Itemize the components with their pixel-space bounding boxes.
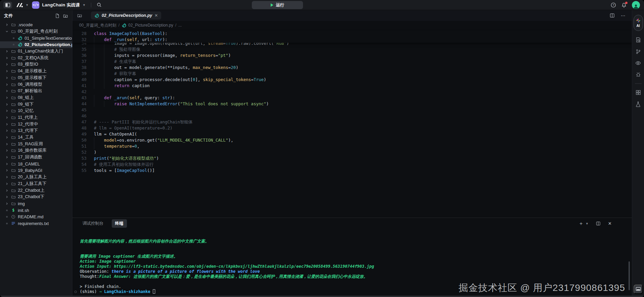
tree-item-11_代理上[interactable]: 11_代理上 <box>0 114 72 121</box>
tab-close-icon[interactable]: ✕ <box>155 13 158 18</box>
tree-item-09_链下[interactable]: 09_链下 <box>0 101 72 108</box>
line-number[interactable]: 35 <box>72 46 87 52</box>
line-number[interactable]: 39 <box>72 71 87 77</box>
panel-tab-终端[interactable]: 终端 <box>112 219 127 228</box>
line-number[interactable]: 53 <box>72 155 87 161</box>
split-panel-icon[interactable] <box>596 221 601 226</box>
code-line-51[interactable]: 51 temperature=0, <box>72 143 632 149</box>
code-line-28[interactable]: 28class ImageCapTool(BaseTool): <box>72 31 632 37</box>
tree-item-08_链上[interactable]: 08_链上 <box>0 95 72 101</box>
line-number[interactable]: 45 <box>72 107 87 113</box>
code-line-47[interactable]: 47# ---- PartIII 初始化并运行LangChain智能体 <box>72 119 632 125</box>
tree-item-20_人脉工具上[interactable]: 20_人脉工具上 <box>0 174 72 181</box>
tree-item-13_代理下[interactable]: 13_代理下 <box>0 127 72 134</box>
user-avatar[interactable] <box>632 1 640 9</box>
tree-item-requirements.txt[interactable]: requirements.txt <box>0 220 72 227</box>
split-editor-icon[interactable] <box>610 13 615 18</box>
scrollbar-thumb[interactable] <box>629 261 630 290</box>
tree-item-02_PictureDescription.py[interactable]: 02_PictureDescription.py <box>0 41 72 48</box>
extensions-icon[interactable] <box>636 90 641 95</box>
tree-item-12_代理中[interactable]: 12_代理中 <box>0 121 72 127</box>
line-number[interactable]: 44 <box>72 101 87 107</box>
tree-item-16_操作数据库[interactable]: 16_操作数据库 <box>0 147 72 154</box>
code-line-36[interactable]: 36 inputs = processor(image, return_tens… <box>72 52 632 59</box>
source-control-icon[interactable] <box>636 49 641 54</box>
help-icon[interactable]: ? <box>611 2 616 8</box>
code-line-37[interactable]: 37 # 生成字幕 <box>72 59 632 65</box>
tree-item-21_人脉工具下[interactable]: 21_人脉工具下 <box>0 181 72 187</box>
project-switcher[interactable]: </> LangChain 实战课 ▼ <box>32 1 86 9</box>
code-line-35[interactable]: 35 # 预处理图像 <box>72 46 632 52</box>
tree-item-22_Chatbot上[interactable]: 22_Chatbot上 <box>0 187 72 194</box>
tree-item-init.sh[interactable]: $init.sh <box>0 207 72 214</box>
breadcrumb-item[interactable]: 02_PictureDescription.py <box>122 23 173 28</box>
line-number[interactable]: 41 <box>72 83 87 89</box>
code-line-53[interactable]: 53print("初始化大语言模型成功") <box>72 155 632 161</box>
tree-item-06_调用模型[interactable]: 06_调用模型 <box>0 81 72 88</box>
toggle-panel-icon[interactable] <box>634 285 643 294</box>
tree-item-02_文档QA系统[interactable]: 02_文档QA系统 <box>0 54 72 61</box>
tree-item-19_BabyAGI[interactable]: 19_BabyAGI <box>0 167 72 174</box>
lab-flask-icon[interactable] <box>636 101 641 107</box>
tree-item-18_CAMEL[interactable]: 18_CAMEL <box>0 160 72 167</box>
code-line-42[interactable]: 42 <box>72 89 632 95</box>
line-number[interactable]: 51 <box>72 143 87 149</box>
line-number[interactable]: 38 <box>72 65 87 71</box>
breadcrumb-item[interactable]: 00_开篇词_奇点时刻 <box>79 23 116 28</box>
line-number[interactable]: 49 <box>72 131 87 137</box>
new-file-icon[interactable] <box>55 13 60 18</box>
add-folder-icon[interactable] <box>77 13 82 18</box>
code-line-46[interactable]: 46 <box>72 113 632 119</box>
tree-item-05_提示模板下[interactable]: 05_提示模板下 <box>0 75 72 81</box>
search-icon[interactable] <box>97 2 102 7</box>
sidebar-toggle-icon[interactable] <box>3 2 12 8</box>
line-number[interactable]: 42 <box>72 89 87 95</box>
terminal-dropdown-icon[interactable]: ▼ <box>585 222 588 225</box>
line-number[interactable]: 40 <box>72 77 87 83</box>
tree-item-23_Chatbot下[interactable]: 23_Chatbot下 <box>0 194 72 200</box>
more-actions-icon[interactable]: ⋯ <box>621 13 626 18</box>
line-number[interactable]: 48 <box>72 125 87 131</box>
code-editor[interactable]: 28class ImageCapTool(BaseTool):32 def _r… <box>72 30 632 218</box>
code-line-50[interactable]: 50 model=os.environ.get("LLM_MODEL_4K_FU… <box>72 137 632 143</box>
new-terminal-icon[interactable]: ＋ <box>578 220 583 227</box>
code-line-44[interactable]: 44 raise NotImplementedError("This tool … <box>72 101 632 107</box>
new-folder-icon[interactable] <box>63 13 68 18</box>
editor-tab-active[interactable]: 02_PictureDescription.py ✕ <box>91 11 161 20</box>
tree-item-17_回调函数[interactable]: 17_回调函数 <box>0 154 72 161</box>
line-number[interactable]: 36 <box>72 52 87 59</box>
tree-item-03_模型IO[interactable]: 03_模型IO <box>0 61 72 68</box>
line-number[interactable]: 54 <box>72 161 87 168</box>
line-number[interactable]: 47 <box>72 119 87 125</box>
tree-item-14_工具[interactable]: 14_工具 <box>0 134 72 141</box>
code-line-40[interactable]: 40 caption = processor.decode(out[0], sk… <box>72 77 632 83</box>
code-line-41[interactable]: 41 return caption <box>72 83 632 89</box>
terminal-output[interactable]: 首先需要理解图片的内容，然后根据图片内容创作合适的中文推广文案。需要调用 Ima… <box>72 229 632 297</box>
tree-item-00_开篇词_奇点时刻[interactable]: 00_开篇词_奇点时刻 <box>0 28 72 35</box>
tree-item-01_LangChain快速入门[interactable]: 01_LangChain快速入门 <box>0 48 72 55</box>
code-line-34[interactable]: 34 image = Image.open(requests.get(url, … <box>72 43 632 46</box>
tree-item-04_提示模板上[interactable]: 04_提示模板上 <box>0 68 72 75</box>
notifications-bell-icon[interactable] <box>621 2 626 8</box>
tree-item-.vscode[interactable]: .vscode <box>0 22 72 28</box>
code-line-48[interactable]: 48# llm = OpenAI(temperature=0.2) <box>72 125 632 131</box>
code-line-39[interactable]: 39 # 获取字幕 <box>72 71 632 77</box>
code-line-45[interactable]: 45 <box>72 107 632 113</box>
line-number[interactable]: 52 <box>72 149 87 155</box>
code-line-54[interactable]: 54# 使用工具初始化智能体并运行 <box>72 161 632 168</box>
code-line-49[interactable]: 49llm = ChatOpenAI( <box>72 131 632 137</box>
line-number[interactable]: 34 <box>72 43 87 46</box>
run-button[interactable]: 运行 <box>252 1 303 9</box>
ai-assistant-icon[interactable]: AI <box>634 15 643 31</box>
code-line-55[interactable]: 55tools = [ImageCapTool()] <box>72 168 632 174</box>
marscode-logo[interactable]: ▼ <box>15 2 29 8</box>
line-number[interactable]: 32 <box>72 37 87 43</box>
tree-item-07_解析输出[interactable]: 07_解析输出 <box>0 88 72 95</box>
code-line-32[interactable]: 32 def _run(self, url: str): <box>72 37 632 43</box>
line-number[interactable]: 28 <box>72 31 87 37</box>
tree-item-img[interactable]: img <box>0 200 72 207</box>
tree-item-README.md[interactable]: ?README.md <box>0 214 72 220</box>
tree-item-15_RAG应用[interactable]: 15_RAG应用 <box>0 141 72 147</box>
breadcrumb-item[interactable]: ... <box>178 23 182 28</box>
preview-eye-icon[interactable] <box>635 61 641 66</box>
